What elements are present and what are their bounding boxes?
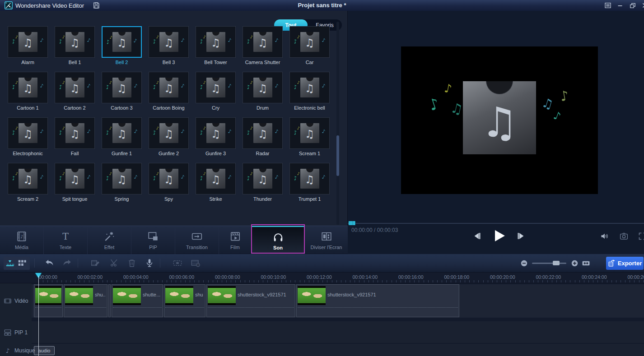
fullscreen-button[interactable] [638,231,644,241]
music-note-icon: ♫ [305,37,315,49]
tab-label: Diviser l'Ecran [311,245,342,250]
sound-item[interactable]: ♪ ♪ ♫ ♪ Alarm [8,26,48,65]
mini-note-icon: ♪ [62,171,65,176]
sound-item[interactable]: ♪ ♪ ♫ ♪ Gunfire 3 [196,117,236,156]
mini-note-icon: ♪ [297,80,300,85]
volume-button[interactable] [600,231,609,241]
delete-button[interactable] [127,258,137,268]
pip-track-lane[interactable] [0,321,644,343]
sound-item[interactable]: ♪ ♪ ♫ ♪ Camera Shutter [243,26,283,65]
fit-timeline-button[interactable] [582,259,590,268]
mini-note-icon: ♪ [62,35,65,40]
sound-item[interactable]: ♪ ♪ ♫ ♪ Drum [243,72,283,111]
zoom-slider-handle[interactable] [553,261,560,265]
music-note-icon: ♫ [211,82,221,95]
storyboard-view-button[interactable] [17,258,27,268]
zoom-slider[interactable] [532,263,566,264]
preview-seekbar[interactable] [348,223,644,224]
sound-item[interactable]: ♪ ♪ ♫ ♪ Cry [196,72,236,111]
sound-item[interactable]: ♪ ♪ ♫ ♪ Gunfire 2 [149,117,189,156]
mini-note-icon: ♪ [322,37,326,43]
sound-item[interactable]: ♪ ♪ ♫ ♪ Spring [102,163,142,202]
clip-settings-button[interactable] [191,258,201,268]
sound-item[interactable]: ♪ ♪ ♫ ♪ Cartoon 2 [55,72,95,111]
menu-icon[interactable] [604,1,612,9]
sound-item[interactable]: ♪ ♪ ♫ ♪ Radar [243,117,283,156]
range-marker-button[interactable] [173,258,182,268]
sound-item[interactable]: ♪ ♪ ♫ ♪ Car [289,26,330,65]
sound-label: Scream 1 [289,151,330,156]
music-note-icon: ♫ [23,37,33,49]
undo-button[interactable] [44,258,54,268]
toolbar-separator [34,259,35,268]
library-scrollbar[interactable] [336,22,339,225]
export-button[interactable]: Exporter [606,257,644,270]
tab-son[interactable]: Son [252,226,305,254]
play-button[interactable] [491,228,507,244]
sound-item[interactable]: ♪ ♪ ♫ ♪ Bell 1 [55,26,95,65]
mini-note-icon: ♪ [134,128,138,134]
zoom-in-button[interactable] [571,259,579,267]
video-clip[interactable]: shutte... [112,284,163,317]
sound-item[interactable]: ♪ ♪ ♫ ♪ Cartoon Boing [149,72,189,111]
sound-item[interactable]: ♪ ♪ ♫ ♪ Electrophonic [8,117,48,156]
music-art: ♫ [112,169,131,189]
sound-item[interactable]: ♪ ♪ ♫ ♪ Bell 3 [149,26,189,65]
music-track-lane[interactable] [0,344,644,356]
sound-item[interactable]: ♪ ♪ ♫ ♪ Strike [196,163,236,202]
video-clip[interactable]: shutterstock_v921571 [206,284,295,317]
sound-thumbnail: ♪ ♪ ♫ ♪ [289,26,330,58]
close-icon[interactable] [641,1,644,9]
music-note-icon: ♫ [305,128,315,140]
tab-pip[interactable]: PIP [131,226,175,254]
zoom-out-button[interactable] [520,259,528,267]
music-note-icon: ♫ [117,128,127,140]
tab-texte[interactable]: T Texte [44,226,88,254]
snapshot-button[interactable] [619,231,629,241]
tab-transition[interactable]: Transition [175,226,219,254]
mini-note-icon: ♪ [181,128,185,134]
voiceover-button[interactable] [145,258,154,268]
video-clip[interactable]: shu... [64,284,107,317]
timeline-view-button[interactable] [5,258,15,268]
mini-note-icon: ♪ [181,174,185,180]
minimize-icon[interactable] [616,1,624,9]
video-clip[interactable] [108,284,111,317]
ruler-timecode: 00:00:10:00 [261,274,286,280]
sound-item[interactable]: ♪ ♪ ♫ ♪ Spit tongue [55,163,95,202]
sound-item[interactable]: ♪ ♪ ♫ ♪ Scream 2 [8,163,48,202]
next-frame-button[interactable] [516,231,526,241]
tab-film[interactable]: Film [219,226,252,254]
music-track-header[interactable]: ♪ Musique [4,347,35,355]
audio-clip[interactable]: audio [34,346,55,355]
album-notch [118,169,126,172]
previous-frame-button[interactable] [472,231,482,241]
video-clip[interactable]: shutterstock_v921571 [296,284,459,317]
scrollbar-thumb[interactable] [336,135,339,176]
tab-effet[interactable]: Effet [88,226,131,254]
split-clip-button[interactable] [109,258,119,268]
sound-item[interactable]: ♪ ♪ ♫ ♪ Cartoon 1 [8,72,48,111]
sound-item[interactable]: ♪ ♪ ♫ ♪ Gunfire 1 [102,117,142,156]
mini-note-icon: ♪ [109,126,112,131]
sound-item[interactable]: ♪ ♪ ♫ ♪ Trumpet 1 [289,163,330,202]
sound-item[interactable]: ♪ ♪ ♫ ♪ Fall [55,117,95,156]
preview-seek-handle[interactable] [349,221,355,225]
sound-item[interactable]: ♪ ♪ ♫ ♪ Scream 1 [289,117,330,156]
redo-button[interactable] [62,258,72,268]
video-track-header[interactable]: Vidéo [4,297,28,305]
sound-item[interactable]: ♪ ♪ ♫ ♪ Spy [149,163,189,202]
edit-clip-button[interactable] [90,258,100,268]
sound-item[interactable]: ♪ ♪ ♫ ♪ Cartoon 3 [102,72,142,111]
tab-diviser-ecran[interactable]: Diviser l'Ecran [305,226,348,254]
pip-track-header[interactable]: PIP 1 [4,328,28,337]
sound-item[interactable]: ♪ ♪ ♫ ♪ Electronic bell [289,72,330,111]
restore-icon[interactable] [629,1,637,9]
sound-item[interactable]: ♪ ♪ ♫ ♪ Bell Tower [196,26,236,65]
video-clip[interactable]: shu... [164,284,205,317]
sound-item[interactable]: ♪ ♪ ♫ ♪ Bell 2 [102,26,142,65]
music-art: ♫ [112,78,131,97]
tab-media[interactable]: ♪ Média [0,226,44,254]
timeline-ruler[interactable]: 00:00:0000:00:02:0000:00:04:0000:00:06:0… [0,273,644,283]
sound-item[interactable]: ♪ ♪ ♫ ♪ Thunder [243,163,283,202]
